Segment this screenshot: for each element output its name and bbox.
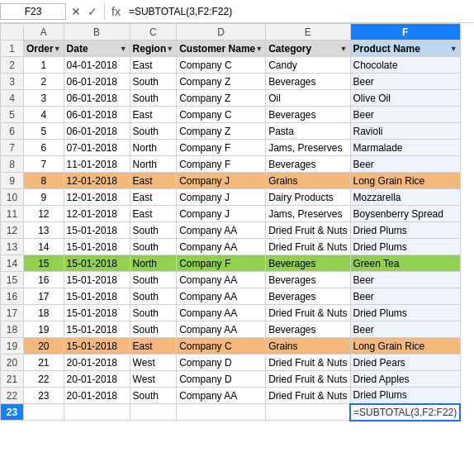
cell-9-C[interactable]: East [130,173,177,189]
cell-19-A[interactable]: 20 [24,338,64,355]
cell-7-B[interactable]: 07-01-2018 [64,140,130,156]
cell-23-A[interactable] [24,404,64,421]
dropdown-arrow-A[interactable]: ▼ [54,45,61,53]
cell-21-C[interactable]: West [130,371,177,388]
cell-13-B[interactable]: 15-01-2018 [64,239,130,255]
cell-23-F[interactable]: =SUBTOTAL(3,F2:F22) [350,404,460,421]
cell-23-B[interactable] [64,404,130,421]
cell-21-B[interactable]: 20-01-2018 [64,371,130,388]
cell-17-D[interactable]: Company AA [177,305,266,321]
cell-20-F[interactable]: Dried Pears [350,355,460,371]
header-cell-C[interactable]: Region▼ [130,40,177,57]
cell-6-A[interactable]: 5 [24,123,64,140]
cell-8-B[interactable]: 11-01-2018 [64,156,130,173]
cell-17-F[interactable]: Dried Plums [350,305,460,321]
col-A-header[interactable]: A [24,24,64,40]
cell-20-E[interactable]: Dried Fruit & Nuts [266,355,350,371]
cell-12-A[interactable]: 13 [24,222,64,239]
cell-8-E[interactable]: Beverages [266,156,350,173]
cell-11-D[interactable]: Company J [177,206,266,222]
cell-22-B[interactable]: 20-01-2018 [64,388,130,404]
cell-2-F[interactable]: Chocolate [350,57,460,74]
cell-10-B[interactable]: 12-01-2018 [64,189,130,206]
cell-19-D[interactable]: Company C [177,338,266,355]
cell-13-E[interactable]: Dried Fruit & Nuts [266,239,350,255]
cancel-icon[interactable]: ✕ [69,5,83,18]
cell-3-B[interactable]: 06-01-2018 [64,74,130,90]
cell-6-F[interactable]: Ravioli [350,123,460,140]
cell-10-F[interactable]: Mozzarella [350,189,460,206]
cell-7-A[interactable]: 6 [24,140,64,156]
cell-14-C[interactable]: North [130,255,177,272]
dropdown-arrow-D[interactable]: ▼ [255,45,263,53]
cell-19-C[interactable]: East [130,338,177,355]
cell-3-C[interactable]: South [130,74,177,90]
cell-13-C[interactable]: South [130,239,177,255]
cell-3-D[interactable]: Company Z [177,74,266,90]
cell-3-E[interactable]: Beverages [266,74,350,90]
cell-8-F[interactable]: Beer [350,156,460,173]
cell-20-D[interactable]: Company D [177,355,266,371]
cell-6-C[interactable]: South [130,123,177,140]
cell-2-D[interactable]: Company C [177,57,266,74]
header-cell-F[interactable]: Product Name▼ [350,40,460,57]
cell-6-D[interactable]: Company Z [177,123,266,140]
cell-2-C[interactable]: East [130,57,177,74]
cell-3-F[interactable]: Beer [350,74,460,90]
cell-18-A[interactable]: 19 [24,321,64,338]
cell-11-F[interactable]: Boysenberry Spread [350,206,460,222]
dropdown-arrow-C[interactable]: ▼ [166,45,173,53]
cell-8-C[interactable]: North [130,156,177,173]
cell-12-C[interactable]: South [130,222,177,239]
cell-11-C[interactable]: East [130,206,177,222]
cell-6-E[interactable]: Pasta [266,123,350,140]
cell-4-A[interactable]: 3 [24,90,64,107]
cell-20-A[interactable]: 21 [24,355,64,371]
cell-8-A[interactable]: 7 [24,156,64,173]
cell-23-E[interactable] [266,404,350,421]
cell-18-D[interactable]: Company AA [177,321,266,338]
cell-16-D[interactable]: Company AA [177,288,266,305]
cell-4-B[interactable]: 06-01-2018 [64,90,130,107]
cell-21-A[interactable]: 22 [24,371,64,388]
dropdown-arrow-E[interactable]: ▼ [340,45,348,53]
cell-3-A[interactable]: 2 [24,74,64,90]
header-cell-D[interactable]: Customer Name▼ [177,40,266,57]
cell-9-E[interactable]: Grains [266,173,350,189]
cell-19-B[interactable]: 15-01-2018 [64,338,130,355]
cell-2-B[interactable]: 04-01-2018 [64,57,130,74]
cell-21-D[interactable]: Company D [177,371,266,388]
cell-10-D[interactable]: Company J [177,189,266,206]
cell-22-A[interactable]: 23 [24,388,64,404]
col-B-header[interactable]: B [64,24,130,40]
cell-15-B[interactable]: 15-01-2018 [64,272,130,288]
cell-17-C[interactable]: South [130,305,177,321]
cell-17-E[interactable]: Dried Fruit & Nuts [266,305,350,321]
cell-12-E[interactable]: Dried Fruit & Nuts [266,222,350,239]
cell-21-E[interactable]: Dried Fruit & Nuts [266,371,350,388]
cell-5-B[interactable]: 06-01-2018 [64,107,130,123]
cell-21-F[interactable]: Dried Apples [350,371,460,388]
col-E-header[interactable]: E [266,24,350,40]
cell-5-E[interactable]: Beverages [266,107,350,123]
cell-22-F[interactable]: Dried Plums [350,388,460,404]
cell-10-E[interactable]: Dairy Products [266,189,350,206]
cell-12-D[interactable]: Company AA [177,222,266,239]
cell-13-A[interactable]: 14 [24,239,64,255]
cell-15-A[interactable]: 16 [24,272,64,288]
dropdown-arrow-F[interactable]: ▼ [450,45,457,53]
cell-14-E[interactable]: Beverages [266,255,350,272]
header-cell-A[interactable]: Order▼ [24,40,64,57]
header-cell-B[interactable]: Date▼ [64,40,130,57]
cell-6-B[interactable]: 06-01-2018 [64,123,130,140]
cell-5-A[interactable]: 4 [24,107,64,123]
cell-7-E[interactable]: Jams, Preserves [266,140,350,156]
cell-2-E[interactable]: Candy [266,57,350,74]
cell-10-C[interactable]: East [130,189,177,206]
cell-7-C[interactable]: North [130,140,177,156]
cell-22-C[interactable]: South [130,388,177,404]
cell-14-F[interactable]: Green Tea [350,255,460,272]
cell-12-F[interactable]: Dried Plums [350,222,460,239]
cell-9-F[interactable]: Long Grain Rice [350,173,460,189]
cell-15-F[interactable]: Beer [350,272,460,288]
